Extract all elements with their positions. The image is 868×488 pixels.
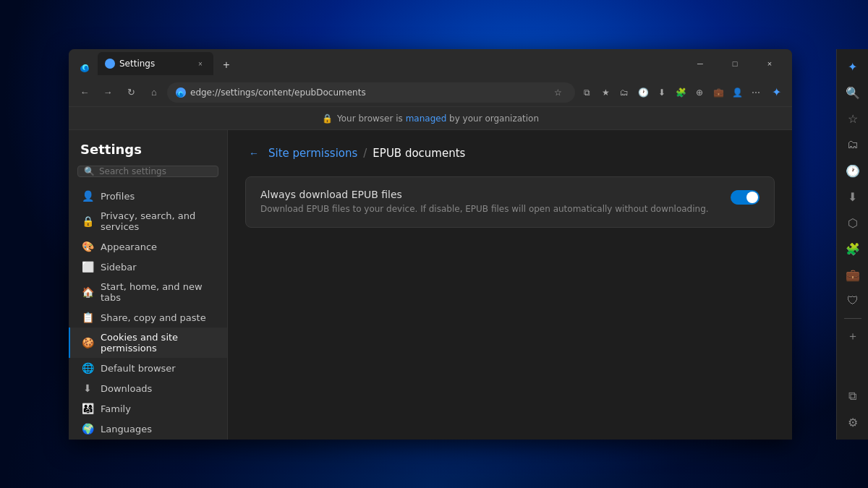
sidebar-item-languages[interactable]: 🌍 Languages <box>69 419 227 439</box>
sidebar-label-languages: Languages <box>101 424 152 435</box>
settings-search-box[interactable]: 🔍 <box>77 166 218 177</box>
sidebar-icon-cookies: 🍪 <box>82 337 93 348</box>
breadcrumb-back-button[interactable]: ← <box>245 145 263 162</box>
sidebar-icon-default-browser: 🌐 <box>82 362 93 374</box>
favorites-button[interactable]: ★ <box>597 84 614 101</box>
sidebar-item-share-copy[interactable]: 📋 Share, copy and paste <box>69 307 227 328</box>
sidebar-item-start-home[interactable]: 🏠 Start, home, and new tabs <box>69 277 227 307</box>
address-bar: ← → ↻ ⌂ edge://settings/content/epubDocu… <box>69 78 792 107</box>
sidebar-item-sidebar[interactable]: ⬜ Sidebar <box>69 257 227 277</box>
settings-more-button[interactable]: ⋯ <box>747 84 765 101</box>
sidebar-icon-start-home: 🏠 <box>82 286 93 298</box>
url-text: edge://settings/content/epubDocuments <box>190 87 545 98</box>
sidebar-wallet-icon[interactable]: 💼 <box>841 263 864 286</box>
sidebar-essentials-icon[interactable]: 🛡 <box>841 289 864 312</box>
sidebar-history-icon[interactable]: 🕐 <box>841 159 864 182</box>
sidebar-label-start-home: Start, home, and new tabs <box>101 281 216 303</box>
sidebar-label-cookies: Cookies and site permissions <box>101 332 216 354</box>
breadcrumb-separator: / <box>363 147 367 160</box>
settings-tab[interactable]: Settings × <box>98 52 213 75</box>
tab-favicon <box>105 59 115 69</box>
sidebar-search-icon[interactable]: 🔍 <box>841 81 864 104</box>
downloads-toolbar-button[interactable]: ⬇ <box>653 84 671 101</box>
address-favicon <box>176 87 186 98</box>
breadcrumb-parent-link[interactable]: Site permissions <box>268 147 357 160</box>
breadcrumb-current: EPUB documents <box>373 147 465 160</box>
reload-button[interactable]: ↻ <box>121 82 141 103</box>
sidebar-item-default-browser[interactable]: 🌐 Default browser <box>69 358 227 378</box>
sidebar-downloads-icon[interactable]: ⬇ <box>841 185 864 208</box>
sidebar-item-printers[interactable]: 🖨 Printers <box>69 439 227 440</box>
breadcrumb: ← Site permissions / EPUB documents <box>245 145 775 162</box>
sidebar-label-appearance: Appearance <box>101 241 157 252</box>
back-button[interactable]: ← <box>75 82 95 103</box>
tab-close-button[interactable]: × <box>195 58 206 69</box>
sidebar-icon-profiles: 👤 <box>82 190 93 202</box>
maximize-button[interactable]: □ <box>718 52 752 75</box>
sidebar-label-sidebar: Sidebar <box>101 262 137 273</box>
sidebar-item-appearance[interactable]: 🎨 Appearance <box>69 236 227 257</box>
toggle-knob <box>746 192 758 203</box>
window-controls: ─ □ × <box>684 52 786 75</box>
close-button[interactable]: × <box>753 52 786 75</box>
svg-point-3 <box>107 61 113 67</box>
sidebar-item-privacy[interactable]: 🔒 Privacy, search, and services <box>69 206 227 236</box>
browser-essentials-button[interactable]: ⊕ <box>691 84 708 101</box>
tab-title: Settings <box>119 59 190 69</box>
forward-button[interactable]: → <box>98 82 118 103</box>
sidebar-label-default-browser: Default browser <box>101 363 176 374</box>
sidebar-extensions-icon[interactable]: 🧩 <box>841 237 864 260</box>
wallet-button[interactable]: 💼 <box>710 84 727 101</box>
sidebar-copilot-icon[interactable]: ✦ <box>841 55 864 78</box>
sidebar-icon-sidebar: ⬜ <box>82 261 93 273</box>
lock-icon: 🔒 <box>322 114 333 124</box>
sidebar-item-cookies[interactable]: 🍪 Cookies and site permissions <box>69 328 227 358</box>
copilot-button[interactable]: ✦ <box>766 82 786 103</box>
settings-content-panel: ← Site permissions / EPUB documents Alwa… <box>228 130 792 440</box>
profile-button[interactable]: 👤 <box>728 84 746 101</box>
info-bar-text: Your browser is managed by your organiza… <box>337 114 539 124</box>
new-tab-button[interactable]: + <box>216 55 237 75</box>
setting-title: Always download EPUB files <box>260 189 719 200</box>
sidebar-item-profiles[interactable]: 👤 Profiles <box>69 186 227 206</box>
settings-title: Settings <box>69 130 227 163</box>
split-screen-button[interactable]: ⧉ <box>578 84 595 101</box>
epub-setting-card: Always download EPUB files Download EPUB… <box>245 176 775 228</box>
managed-link[interactable]: managed <box>406 114 447 124</box>
sidebar-item-family[interactable]: 👨‍👩‍👧 Family <box>69 398 227 419</box>
sidebar-collections-icon[interactable]: 🗂 <box>841 133 864 156</box>
browser-window: Settings × + ─ □ × ← → ↻ ⌂ edge://settin… <box>69 49 792 440</box>
sidebar-pip-icon[interactable]: ⧉ <box>841 385 864 408</box>
sidebar-more-icon[interactable]: ＋ <box>841 325 864 348</box>
sidebar-item-downloads[interactable]: ⬇ Downloads <box>69 378 227 398</box>
sidebar-favorites-icon[interactable]: ☆ <box>841 107 864 130</box>
sidebar-apps-icon[interactable]: ⬡ <box>841 211 864 234</box>
address-input-wrap[interactable]: edge://settings/content/epubDocuments ☆ <box>167 82 575 103</box>
always-download-toggle[interactable] <box>731 190 760 205</box>
settings-search-input[interactable] <box>99 166 212 176</box>
extensions-button[interactable]: 🧩 <box>672 84 689 101</box>
favorites-star-button[interactable]: ☆ <box>549 84 566 101</box>
sidebar-icon-share-copy: 📋 <box>82 312 93 323</box>
home-button[interactable]: ⌂ <box>144 82 164 103</box>
tabs-area: Settings × + <box>75 52 681 75</box>
collections-button[interactable]: 🗂 <box>616 84 633 101</box>
sidebar-label-downloads: Downloads <box>101 383 152 394</box>
toolbar-icons: ⧉ ★ 🗂 🕐 ⬇ 🧩 ⊕ 💼 👤 ⋯ ✦ <box>578 82 786 103</box>
sidebar-label-share-copy: Share, copy and paste <box>101 312 206 323</box>
sidebar-settings-icon[interactable]: ⚙ <box>841 411 864 434</box>
managed-info-bar: 🔒 Your browser is managed by your organi… <box>69 107 792 130</box>
sidebar-label-family: Family <box>101 403 131 414</box>
minimize-button[interactable]: ─ <box>684 52 717 75</box>
title-bar: Settings × + ─ □ × <box>69 49 792 78</box>
setting-row: Always download EPUB files Download EPUB… <box>260 189 760 215</box>
history-button[interactable]: 🕐 <box>634 84 652 101</box>
svg-point-6 <box>179 93 182 96</box>
settings-sidebar: Settings 🔍 👤 Profiles 🔒 Privacy, search,… <box>69 130 228 440</box>
sidebar-icon-languages: 🌍 <box>82 423 93 435</box>
search-icon: 🔍 <box>84 166 95 176</box>
browser-content: Settings 🔍 👤 Profiles 🔒 Privacy, search,… <box>69 130 792 440</box>
sidebar-icon-family: 👨‍👩‍👧 <box>82 403 93 414</box>
sidebar-label-privacy: Privacy, search, and services <box>101 210 216 232</box>
setting-info: Always download EPUB files Download EPUB… <box>260 189 719 215</box>
